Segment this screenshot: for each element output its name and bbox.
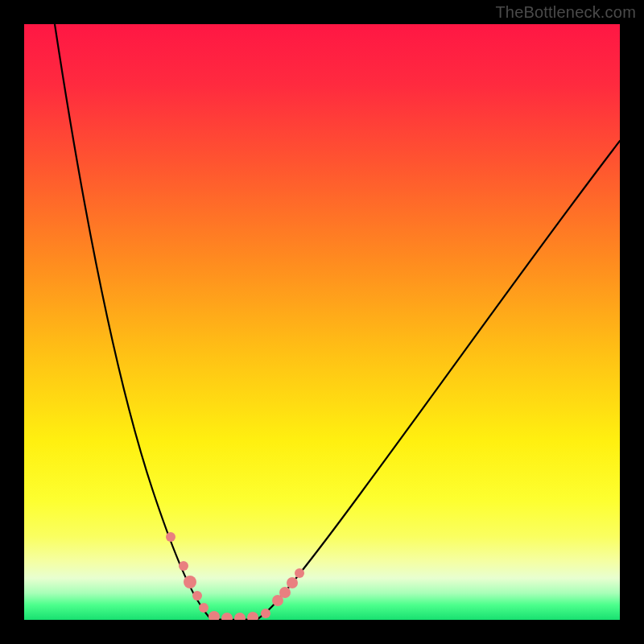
marker-point xyxy=(166,532,175,542)
marker-point xyxy=(295,568,304,578)
marker-point xyxy=(192,591,202,601)
gradient-background xyxy=(24,24,620,620)
marker-point xyxy=(261,609,270,618)
watermark-text: TheBottleneck.com xyxy=(495,3,636,22)
marker-point xyxy=(179,561,188,571)
marker-point xyxy=(184,576,196,588)
plot-area xyxy=(24,24,620,620)
marker-point xyxy=(199,603,208,613)
marker-point xyxy=(279,587,291,598)
chart-frame: TheBottleneck.com xyxy=(0,0,644,644)
marker-point xyxy=(287,577,298,588)
chart-svg xyxy=(24,24,620,620)
